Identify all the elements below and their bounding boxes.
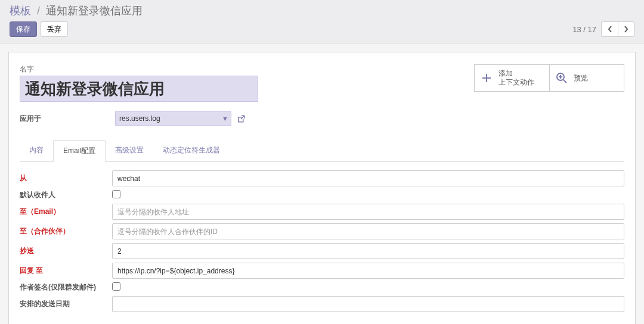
scheduled-date-input[interactable]: [112, 296, 624, 312]
from-label: 从: [20, 173, 112, 183]
to-email-label: 至（Email）: [20, 207, 112, 217]
plus-icon: [481, 72, 494, 84]
to-email-input[interactable]: [112, 204, 624, 220]
form-sheet: 名字 添加 上下文动作 预览: [8, 52, 636, 324]
author-signature-label: 作者签名(仅限群发邮件): [20, 283, 112, 292]
pager-text: 13 / 17: [572, 25, 596, 34]
preview-button[interactable]: 预览: [549, 65, 624, 91]
breadcrumb-root-link[interactable]: 模板: [10, 5, 31, 17]
cc-input[interactable]: [112, 243, 624, 259]
add-context-line2: 上下文动作: [499, 78, 534, 87]
preview-label: 预览: [574, 74, 588, 83]
add-context-line1: 添加: [499, 69, 534, 78]
default-recipient-label: 默认收件人: [20, 190, 112, 200]
add-context-action-button[interactable]: 添加 上下文动作: [475, 65, 549, 91]
cc-label: 抄送: [20, 246, 112, 256]
to-partner-input[interactable]: [112, 223, 624, 239]
tab-advanced[interactable]: 高级设置: [106, 140, 153, 161]
tab-content[interactable]: 内容: [20, 140, 53, 161]
author-signature-checkbox[interactable]: [112, 282, 120, 291]
chevron-left-icon: [608, 26, 612, 33]
tab-dynamic-placeholder[interactable]: 动态定位符生成器: [153, 140, 230, 161]
to-partner-label: 至（合作伙伴）: [20, 226, 112, 236]
name-input[interactable]: [20, 76, 258, 102]
breadcrumb: 模板 / 通知新登录微信应用: [10, 4, 634, 18]
tabs: 内容 Email配置 高级设置 动态定位符生成器: [20, 140, 624, 162]
chevron-right-icon: [624, 26, 628, 33]
reply-to-label: 回复 至: [20, 266, 112, 276]
default-recipient-checkbox[interactable]: [112, 190, 120, 198]
pager-prev-button[interactable]: [601, 21, 618, 37]
applies-to-input[interactable]: [115, 111, 231, 126]
breadcrumb-current: 通知新登录微信应用: [46, 5, 143, 17]
search-plus-icon: [556, 72, 569, 84]
from-input[interactable]: [112, 170, 624, 186]
scheduled-date-label: 安排的发送日期: [20, 299, 112, 309]
stat-buttons: 添加 上下文动作 预览: [474, 64, 624, 92]
save-button[interactable]: 保存: [10, 21, 37, 37]
tab-email-config[interactable]: Email配置: [53, 140, 106, 162]
control-panel: 模板 / 通知新登录微信应用 保存 丢弃 13 / 17: [0, 0, 644, 43]
reply-to-input[interactable]: [112, 263, 624, 279]
applies-to-label: 应用于: [20, 114, 115, 124]
title-label: 名字: [20, 64, 258, 74]
pager-next-button[interactable]: [618, 21, 634, 37]
discard-button[interactable]: 丢弃: [41, 21, 68, 37]
external-link-icon[interactable]: [237, 114, 246, 123]
breadcrumb-separator: /: [37, 5, 40, 17]
